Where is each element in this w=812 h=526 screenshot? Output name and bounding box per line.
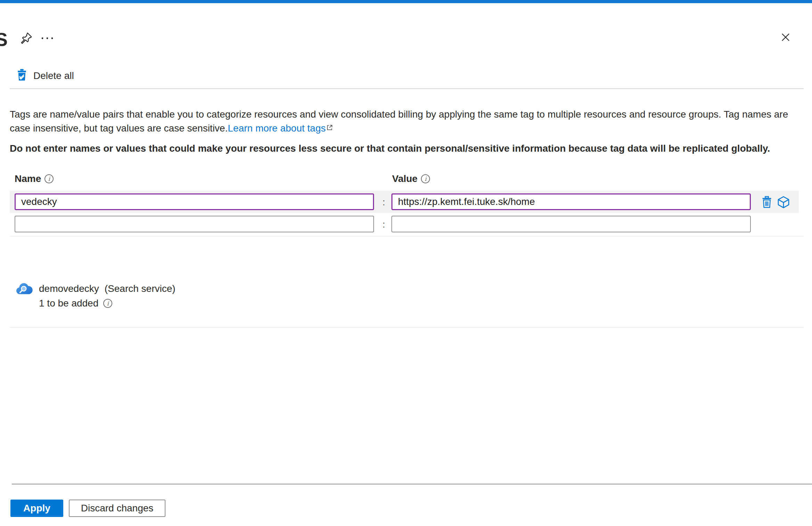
resource-name-line: demovedecky(Search service) xyxy=(39,283,176,294)
resource-type: (Search service) xyxy=(105,283,176,294)
name-column-header: Name i xyxy=(15,173,54,184)
portal-top-bar xyxy=(0,0,812,3)
search-service-icon xyxy=(14,279,34,299)
resource-name: demovedecky xyxy=(39,283,99,294)
blade-title-partial: S xyxy=(0,29,8,50)
resource-status: 1 to be added xyxy=(39,298,98,309)
tag-name-input-row1[interactable] xyxy=(15,193,374,210)
delete-tag-button[interactable] xyxy=(759,195,774,210)
delete-all-button[interactable]: Delete all xyxy=(15,68,74,84)
tag-value-input-row1[interactable] xyxy=(391,193,751,210)
trash-icon xyxy=(760,205,774,210)
tags-description: Tags are name/value pairs that enable yo… xyxy=(10,108,808,135)
external-link-icon xyxy=(326,121,333,134)
more-options-button[interactable] xyxy=(40,33,56,44)
tag-separator: : xyxy=(377,219,391,230)
cube-icon xyxy=(777,205,790,210)
info-icon[interactable]: i xyxy=(44,174,54,183)
apply-button[interactable]: Apply xyxy=(10,500,63,517)
close-blade-button[interactable] xyxy=(777,29,794,46)
info-icon[interactable]: i xyxy=(103,299,112,308)
tags-description-text: Tags are name/value pairs that enable yo… xyxy=(10,109,788,134)
pin-icon xyxy=(20,31,33,46)
resource-status-line: 1 to be added i xyxy=(39,298,112,309)
ellipsis-icon xyxy=(40,36,56,41)
value-header-label: Value xyxy=(392,173,417,184)
tag-separator: : xyxy=(377,197,391,208)
resource-scope-button[interactable] xyxy=(776,195,791,210)
tags-warning: Do not enter names or values that could … xyxy=(10,142,809,155)
discard-changes-button[interactable]: Discard changes xyxy=(69,500,165,517)
tag-value-input-row2[interactable] xyxy=(391,216,751,232)
tags-blade: S xyxy=(0,0,812,526)
value-column-header: Value i xyxy=(392,173,430,184)
learn-more-link[interactable]: Learn more about tags xyxy=(228,123,326,134)
name-header-label: Name xyxy=(15,173,41,184)
delete-all-icon xyxy=(15,68,29,84)
divider xyxy=(10,327,804,328)
close-icon xyxy=(780,31,791,44)
divider xyxy=(10,236,804,237)
pin-button[interactable] xyxy=(18,30,35,47)
command-bar: Delete all xyxy=(15,68,74,83)
tag-name-input-row2[interactable] xyxy=(15,216,374,232)
footer-divider xyxy=(12,484,812,485)
divider xyxy=(10,88,804,89)
delete-all-label: Delete all xyxy=(33,70,74,81)
info-icon[interactable]: i xyxy=(421,174,430,183)
